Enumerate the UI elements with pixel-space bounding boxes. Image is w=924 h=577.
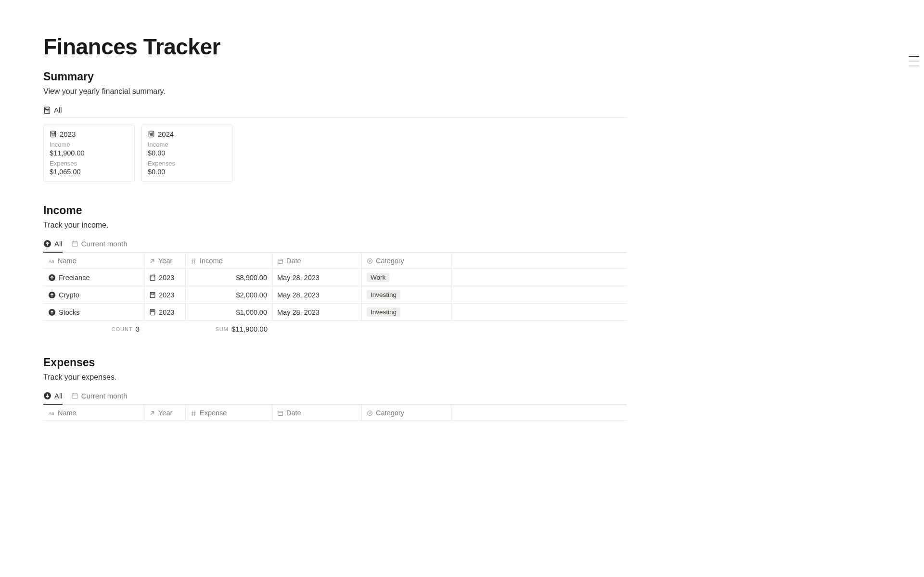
calculator-icon bbox=[149, 274, 156, 281]
calculator-icon bbox=[148, 130, 155, 138]
cell-amount[interactable]: $1,000.00 bbox=[186, 304, 272, 321]
col-income-header[interactable]: Income bbox=[186, 253, 272, 269]
calendar-icon bbox=[71, 392, 78, 399]
col-date-header[interactable]: Date bbox=[272, 405, 362, 421]
col-category-header[interactable]: Category bbox=[362, 405, 451, 421]
summary-card-2024[interactable]: 2024 Income $0.00 Expenses $0.00 bbox=[141, 125, 233, 182]
arrow-up-circle-icon bbox=[48, 291, 56, 299]
cell-amount-value: $2,000.00 bbox=[236, 291, 267, 299]
footer-sum-value: $11,900.00 bbox=[231, 325, 268, 333]
col-year-label: Year bbox=[158, 409, 172, 417]
svg-point-20 bbox=[152, 134, 153, 135]
table-row[interactable]: Crypto 2023 $2,000.00 May 28, 2023 Inves… bbox=[43, 286, 627, 304]
income-description: Track your income. bbox=[43, 221, 627, 230]
arrow-down-circle-icon bbox=[43, 392, 51, 400]
summary-section: Summary View your yearly financial summa… bbox=[43, 70, 627, 182]
cell-name[interactable]: Crypto bbox=[43, 286, 144, 303]
svg-point-50 bbox=[368, 410, 372, 415]
cell-name[interactable]: Freelance bbox=[43, 269, 144, 286]
col-income-label: Income bbox=[200, 257, 223, 265]
outline-bar bbox=[909, 61, 919, 62]
text-icon: Aa bbox=[48, 257, 55, 264]
table-row[interactable]: Stocks 2023 $1,000.00 May 28, 2023 Inves… bbox=[43, 304, 627, 321]
svg-rect-1 bbox=[46, 108, 49, 109]
calendar-icon bbox=[71, 240, 78, 247]
expenses-table: Aa Name Year Expense Date Category bbox=[43, 405, 627, 421]
cell-amount-value: $8,900.00 bbox=[236, 274, 267, 282]
svg-rect-41 bbox=[151, 310, 154, 312]
income-tab-current-month[interactable]: Current month bbox=[71, 237, 128, 253]
arrow-up-circle-icon bbox=[43, 240, 51, 248]
cell-name[interactable]: Stocks bbox=[43, 304, 144, 321]
text-icon: Aa bbox=[48, 410, 55, 416]
page-outline-indicator[interactable] bbox=[909, 56, 919, 66]
footer-sum-label: SUM bbox=[215, 326, 228, 332]
summary-tab-all[interactable]: All bbox=[43, 103, 62, 118]
summary-tab-all-label: All bbox=[54, 106, 62, 114]
income-tab-all[interactable]: All bbox=[43, 237, 63, 253]
svg-rect-43 bbox=[72, 394, 77, 398]
cell-category[interactable]: Work bbox=[362, 269, 451, 286]
col-year-header[interactable]: Year bbox=[144, 405, 186, 421]
cell-amount[interactable]: $8,900.00 bbox=[186, 269, 272, 286]
col-expense-label: Expense bbox=[200, 409, 227, 417]
expenses-tab-current-month[interactable]: Current month bbox=[71, 389, 128, 405]
cell-blank bbox=[451, 269, 627, 286]
cell-date[interactable]: May 28, 2023 bbox=[272, 269, 362, 286]
cell-date[interactable]: May 28, 2023 bbox=[272, 304, 362, 321]
col-blank-header bbox=[451, 405, 627, 421]
summary-card-2023[interactable]: 2023 Income $11,900.00 Expenses $1,065.0… bbox=[43, 125, 135, 182]
col-year-header[interactable]: Year bbox=[144, 253, 186, 269]
svg-text:Aa: Aa bbox=[49, 258, 54, 264]
card-expenses-value: $0.00 bbox=[148, 168, 227, 176]
cell-date-value: May 28, 2023 bbox=[277, 291, 320, 299]
cell-year[interactable]: 2023 bbox=[144, 304, 186, 321]
cell-category[interactable]: Investing bbox=[362, 304, 451, 321]
svg-point-3 bbox=[47, 110, 48, 111]
expenses-section: Expenses Track your expenses. All Curren… bbox=[43, 356, 627, 421]
cell-date[interactable]: May 28, 2023 bbox=[272, 286, 362, 303]
cell-year-value: 2023 bbox=[159, 308, 174, 316]
chevron-down-circle-icon bbox=[367, 410, 373, 416]
cell-year[interactable]: 2023 bbox=[144, 269, 186, 286]
svg-rect-30 bbox=[278, 259, 283, 263]
card-income-label: Income bbox=[148, 141, 227, 148]
col-name-header[interactable]: Aa Name bbox=[43, 405, 144, 421]
cell-category[interactable]: Investing bbox=[362, 286, 451, 303]
col-name-header[interactable]: Aa Name bbox=[43, 253, 144, 269]
footer-year-blank bbox=[144, 321, 186, 337]
calculator-icon bbox=[50, 130, 57, 138]
col-category-label: Category bbox=[376, 409, 404, 417]
cell-amount[interactable]: $2,000.00 bbox=[186, 286, 272, 303]
table-row[interactable]: Freelance 2023 $8,900.00 May 28, 2023 Wo… bbox=[43, 269, 627, 286]
svg-point-12 bbox=[54, 134, 55, 135]
col-expense-header[interactable]: Expense bbox=[186, 405, 272, 421]
svg-point-19 bbox=[151, 134, 152, 135]
outline-bar bbox=[909, 65, 919, 66]
income-table: Aa Name Year Income Date Category bbox=[43, 253, 627, 337]
calendar-icon bbox=[277, 410, 283, 416]
col-category-header[interactable]: Category bbox=[362, 253, 451, 269]
col-date-label: Date bbox=[286, 257, 301, 265]
cell-amount-value: $1,000.00 bbox=[236, 308, 267, 316]
svg-point-22 bbox=[151, 135, 152, 136]
chevron-down-circle-icon bbox=[367, 258, 373, 264]
col-date-header[interactable]: Date bbox=[272, 253, 362, 269]
cell-year-value: 2023 bbox=[159, 274, 174, 282]
footer-count: COUNT 3 bbox=[43, 321, 144, 337]
summary-heading: Summary bbox=[43, 70, 627, 83]
category-tag: Work bbox=[367, 273, 389, 282]
col-category-label: Category bbox=[376, 257, 404, 265]
card-expenses-label: Expenses bbox=[148, 160, 227, 167]
cell-date-value: May 28, 2023 bbox=[277, 274, 320, 282]
svg-rect-17 bbox=[150, 132, 153, 133]
cell-year[interactable]: 2023 bbox=[144, 286, 186, 303]
calculator-icon bbox=[149, 309, 156, 316]
expenses-tab-all[interactable]: All bbox=[43, 389, 63, 405]
svg-point-23 bbox=[152, 135, 153, 136]
hash-icon bbox=[191, 410, 197, 416]
svg-rect-35 bbox=[151, 276, 154, 277]
expenses-tab-current-label: Current month bbox=[81, 392, 128, 400]
svg-rect-38 bbox=[151, 293, 154, 295]
svg-point-13 bbox=[51, 135, 52, 136]
